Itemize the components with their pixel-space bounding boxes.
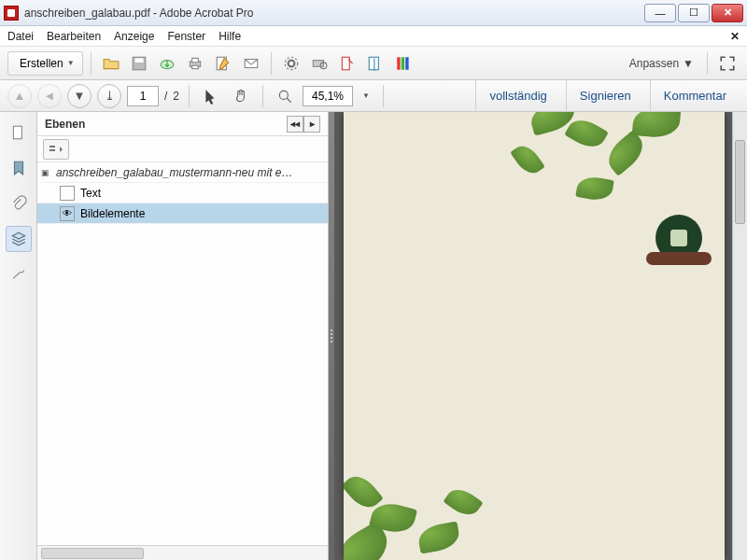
panel-scrollbar[interactable] xyxy=(37,545,328,560)
layer-root-row[interactable]: ▣ anschreiben_galabau_mustermann-neu mit… xyxy=(37,162,328,183)
email-button[interactable] xyxy=(239,51,263,76)
layer-row[interactable]: Text xyxy=(37,183,328,203)
attachments-tab[interactable] xyxy=(6,190,32,217)
collapse-icon[interactable]: ▣ xyxy=(41,168,50,177)
layers-options-button[interactable] xyxy=(43,139,69,160)
side-rail xyxy=(0,112,37,560)
svg-rect-7 xyxy=(191,58,198,63)
page-separator: / xyxy=(164,90,167,103)
menu-edit[interactable]: Bearbeiten xyxy=(47,30,101,43)
menu-view[interactable]: Anzeige xyxy=(114,30,154,43)
open-button[interactable] xyxy=(99,51,123,76)
comment-panel-button[interactable]: Kommentar xyxy=(650,80,740,112)
page-input[interactable] xyxy=(127,86,159,106)
customize-label: Anpassen xyxy=(629,57,679,70)
gear-button[interactable] xyxy=(279,51,303,76)
close-button[interactable]: ✕ xyxy=(712,4,743,22)
zoom-marquee-button[interactable] xyxy=(273,84,297,108)
svg-rect-18 xyxy=(401,57,403,70)
document-area xyxy=(329,112,747,560)
vertical-scrollbar[interactable] xyxy=(732,112,747,560)
zoom-dropdown[interactable]: ▼ xyxy=(359,91,374,100)
menubar: Datei Bearbeiten Anzeige Fenster Hilfe ✕ xyxy=(0,26,747,47)
svg-rect-4 xyxy=(134,58,143,63)
touchup-button[interactable] xyxy=(335,51,359,76)
layers-options xyxy=(37,136,328,162)
page-down-button[interactable]: ⤓ xyxy=(97,84,121,108)
tools-panel-button[interactable]: vollständig xyxy=(475,80,559,112)
create-label: Erstellen xyxy=(20,57,63,70)
svg-point-11 xyxy=(288,60,294,66)
svg-point-12 xyxy=(285,57,298,70)
print-production-button[interactable] xyxy=(307,51,331,76)
svg-rect-17 xyxy=(397,57,400,70)
layer-row[interactable]: 👁 Bildelemente xyxy=(37,203,328,224)
divider xyxy=(271,52,272,75)
titlebar: anschreiben_galabau.pdf - Adobe Acrobat … xyxy=(0,0,747,26)
page-up-button[interactable]: ▲ xyxy=(7,84,32,108)
minimize-button[interactable]: — xyxy=(644,4,676,22)
visibility-toggle[interactable]: 👁 xyxy=(60,206,75,221)
prev-page-button[interactable]: ◄ xyxy=(37,84,62,108)
layers-header: Ebenen ◂◂ ▸ xyxy=(37,112,328,136)
svg-rect-21 xyxy=(13,126,21,139)
main-area: Ebenen ◂◂ ▸ ▣ anschreiben_galabau_muster… xyxy=(0,112,747,560)
menu-file[interactable]: Datei xyxy=(7,30,34,43)
create-button[interactable]: + Erstellen ▼ xyxy=(7,51,83,76)
navbar: ▲ ◄ ▼ ⤓ / 2 ▼ vollständig Signieren Komm… xyxy=(0,80,747,112)
divider xyxy=(189,85,190,107)
page-total: 2 xyxy=(173,90,179,103)
document-viewport[interactable] xyxy=(334,112,747,560)
divider xyxy=(91,52,92,75)
sign-panel-button[interactable]: Signieren xyxy=(566,80,644,112)
print-button[interactable] xyxy=(183,51,207,76)
svg-rect-22 xyxy=(49,146,55,147)
fullscreen-button[interactable] xyxy=(715,51,740,76)
zoom-input[interactable] xyxy=(303,86,353,106)
logo-ribbon xyxy=(646,252,712,265)
svg-rect-19 xyxy=(405,57,408,70)
panel-next-button[interactable]: ▸ xyxy=(303,116,320,133)
toolbar: + Erstellen ▼ Anpassen ▼ xyxy=(0,47,747,80)
svg-point-20 xyxy=(279,91,288,99)
object-button[interactable] xyxy=(363,51,388,76)
layer-root-name: anschreiben_galabau_mustermann-neu mit e… xyxy=(56,166,324,179)
panel-prev-button[interactable]: ◂◂ xyxy=(287,116,303,133)
menu-help[interactable]: Hilfe xyxy=(218,30,241,43)
thumbnails-tab[interactable] xyxy=(6,119,32,146)
scroll-thumb[interactable] xyxy=(735,140,745,224)
divider xyxy=(707,52,708,75)
app-icon xyxy=(4,6,19,21)
layers-title: Ebenen xyxy=(45,118,85,131)
hand-tool-button[interactable] xyxy=(229,84,253,108)
bookmarks-tab[interactable] xyxy=(6,155,32,181)
divider xyxy=(383,85,384,107)
customize-button[interactable]: Anpassen ▼ xyxy=(624,57,699,70)
menu-close-icon[interactable]: ✕ xyxy=(730,30,740,43)
signatures-tab[interactable] xyxy=(6,261,32,287)
svg-rect-15 xyxy=(342,57,349,70)
layers-panel: Ebenen ◂◂ ▸ ▣ anschreiben_galabau_muster… xyxy=(37,112,329,560)
svg-rect-23 xyxy=(49,149,55,151)
menu-window[interactable]: Fenster xyxy=(167,30,205,43)
window-title: anschreiben_galabau.pdf - Adobe Acrobat … xyxy=(24,7,644,20)
maximize-button[interactable]: ☐ xyxy=(678,4,710,22)
layer-label: Bildelemente xyxy=(80,207,145,220)
layer-label: Text xyxy=(80,187,101,200)
svg-rect-8 xyxy=(191,65,198,68)
edit-button[interactable] xyxy=(211,51,235,76)
next-page-button[interactable]: ▼ xyxy=(67,84,92,108)
cloud-button[interactable] xyxy=(155,51,179,76)
scroll-thumb[interactable] xyxy=(41,548,144,559)
layer-tree: ▣ anschreiben_galabau_mustermann-neu mit… xyxy=(37,162,328,545)
chevron-down-icon: ▼ xyxy=(67,59,75,67)
divider xyxy=(262,85,263,107)
color-button[interactable] xyxy=(391,51,416,76)
layers-tab[interactable] xyxy=(6,226,32,252)
chevron-down-icon: ▼ xyxy=(683,57,694,70)
visibility-toggle[interactable] xyxy=(60,186,75,201)
save-button[interactable] xyxy=(127,51,151,76)
pdf-page xyxy=(344,112,725,560)
select-tool-button[interactable] xyxy=(199,84,223,108)
